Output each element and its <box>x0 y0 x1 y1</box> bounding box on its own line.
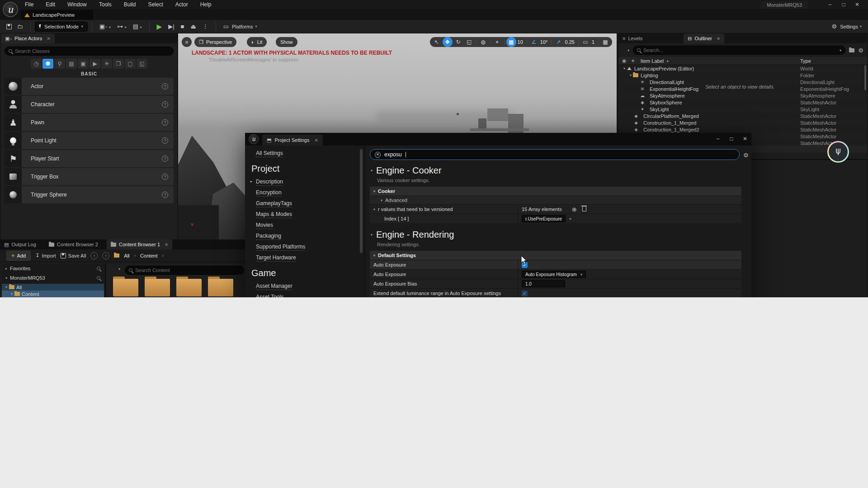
close-button[interactable]: ✕ <box>854 1 861 8</box>
panel-divider[interactable] <box>105 264 106 297</box>
source-control-icon[interactable]: 🗀 <box>17 23 23 30</box>
stop-button[interactable]: ■ <box>181 23 184 30</box>
add-element-icon[interactable]: ⊕ <box>572 206 577 213</box>
place-item-trigger-box[interactable]: Trigger Box? <box>5 168 174 185</box>
content-browser-1-tab[interactable]: Content Browser 1 ✕ <box>107 239 173 249</box>
maximize-button[interactable]: □ <box>840 1 847 8</box>
asset-folder[interactable] <box>145 277 170 296</box>
setting-number-input[interactable]: 1.0 <box>522 280 565 287</box>
outliner-row[interactable]: ◈Construction_1_Merged2StaticMeshActor <box>618 126 867 133</box>
sidebar-item-asset-manager[interactable]: Asset Manager <box>256 283 292 290</box>
expand-caret-icon[interactable]: ▾ <box>373 207 375 211</box>
sidebar-all-settings[interactable]: All Settings <box>256 150 283 157</box>
place-item-actor[interactable]: Actor? <box>5 78 174 95</box>
menu-item-select[interactable]: Select <box>148 0 163 9</box>
outliner-settings-icon[interactable]: ⚙ <box>858 47 863 54</box>
category-geometry-icon[interactable]: ❐ <box>113 59 124 69</box>
search-icon[interactable] <box>97 276 100 280</box>
search-icon[interactable] <box>97 267 100 270</box>
help-icon[interactable]: ? <box>162 101 168 108</box>
collapse-caret-icon[interactable]: ▾ <box>381 198 382 202</box>
back-button[interactable]: ‹ <box>90 252 98 259</box>
minimize-button[interactable]: – <box>826 1 834 8</box>
levels-tab[interactable]: ≡ Levels <box>618 33 646 43</box>
add-actor-icon[interactable]: ▣+ ▾ <box>99 23 111 30</box>
tree-item-all[interactable]: ▾All <box>2 284 104 291</box>
maximize-viewport-icon[interactable]: ▦ <box>600 37 610 47</box>
viewport-options-menu[interactable]: ≡ <box>182 37 192 47</box>
category-volumes-icon[interactable]: ▢ <box>125 59 136 69</box>
camera-speed-control[interactable]: ▭ <box>580 37 590 47</box>
tree-item-content[interactable]: ▾Content <box>2 291 104 297</box>
settings-dropdown[interactable]: Settings <box>840 24 858 29</box>
place-item-character[interactable]: Character? <box>5 96 174 113</box>
skip-button[interactable]: ▶| <box>168 23 174 30</box>
move-tool[interactable]: ✥ <box>443 37 453 47</box>
blueprints-icon[interactable]: ⊶ ▾ <box>117 23 127 30</box>
menu-item-actor[interactable]: Actor <box>175 0 188 9</box>
category-visual-effects-icon[interactable]: ✳ <box>101 59 112 69</box>
setting-checkbox[interactable]: ✓ <box>522 291 528 296</box>
content-browser-2-tab[interactable]: Content Browser 2 <box>45 239 102 249</box>
settings-search-input[interactable]: ✕ exposu <box>370 149 740 160</box>
sidebar-item-target-hardware[interactable]: Target Hardware <box>256 254 296 262</box>
close-button[interactable]: ✕ <box>741 135 749 142</box>
outliner-column-header[interactable]: ◉ ∗ Item Label ▲ Type <box>618 57 867 65</box>
place-item-point-light[interactable]: Point Light? <box>5 132 174 149</box>
delete-elements-icon[interactable] <box>582 207 586 211</box>
help-icon[interactable]: ? <box>162 174 168 180</box>
expand-caret-icon[interactable]: ▾ <box>622 66 627 70</box>
category-cinematic-icon[interactable]: ▤ <box>66 59 77 69</box>
sidebar-scrollbar[interactable] <box>360 149 363 253</box>
place-item-trigger-sphere[interactable]: Trigger Sphere? <box>5 186 174 203</box>
dropdown-chevron-icon[interactable]: ▾ <box>569 217 571 221</box>
close-tab-icon[interactable]: ✕ <box>165 242 168 247</box>
sidebar-item-asset-tools[interactable]: Asset Tools <box>256 294 283 297</box>
category-basic-icon[interactable]: ⚉ <box>42 59 53 69</box>
collapse-caret-icon[interactable]: ▾ <box>371 169 373 173</box>
place-item-pawn[interactable]: ♟Pawn? <box>5 114 174 131</box>
menu-item-file[interactable]: File <box>25 0 33 9</box>
help-icon[interactable]: ? <box>162 192 168 198</box>
help-icon[interactable]: ? <box>162 155 168 162</box>
fab-plugin-icon[interactable]: ⋔ <box>827 141 849 163</box>
expand-caret-icon[interactable]: ▾ <box>628 73 633 77</box>
sidebar-item-encryption[interactable]: Encryption <box>256 189 282 197</box>
surface-snap-toggle[interactable]: ⌖ <box>492 37 502 47</box>
output-log-tab[interactable]: ▤ Output Log <box>0 239 40 249</box>
save-all-button[interactable]: Save All <box>61 253 86 258</box>
outliner-row[interactable]: ◈SkyboxSphereStaticMeshActor <box>618 99 867 106</box>
help-icon[interactable]: ? <box>162 119 168 126</box>
outliner-search-input[interactable]: Search... ▾ <box>633 46 845 55</box>
sidebar-item-description[interactable]: Description <box>256 178 283 186</box>
show-dropdown[interactable]: Show <box>276 37 297 47</box>
collapse-caret-icon[interactable]: ▾ <box>373 253 375 258</box>
collapse-caret-icon[interactable]: ▾ <box>373 189 375 193</box>
collapse-caret-icon[interactable]: ▾ <box>371 233 373 237</box>
menu-item-edit[interactable]: Edit <box>46 0 55 9</box>
sidebar-item-packaging[interactable]: Packaging <box>256 233 281 240</box>
rotate-tool[interactable]: ↻ <box>453 37 463 47</box>
maximize-button[interactable]: □ <box>728 135 735 142</box>
menu-item-build[interactable]: Build <box>124 0 136 9</box>
setting-dropdown[interactable]: Auto Exposure Histogram▾ <box>522 271 586 278</box>
help-icon[interactable]: ? <box>162 83 168 89</box>
category-row-default-settings[interactable]: ▾Default Settings <box>370 251 741 260</box>
select-tool[interactable]: ↖ <box>432 37 442 47</box>
lit-dropdown[interactable]: ◐ Lit <box>247 37 267 47</box>
outliner-scrollbar[interactable] <box>864 65 866 90</box>
new-folder-icon[interactable] <box>849 48 854 52</box>
asset-tab-landscapepreview[interactable]: LandscapePreview <box>21 10 93 20</box>
search-settings-gear-icon[interactable]: ⚙ <box>743 152 749 159</box>
world-space-toggle[interactable]: ◍ <box>478 37 488 47</box>
asset-folder[interactable] <box>208 277 233 296</box>
category-lights-icon[interactable]: ⚲ <box>54 59 65 69</box>
close-outliner-icon[interactable]: ✕ <box>717 36 720 41</box>
perspective-dropdown[interactable]: ❒ Perspective <box>194 37 236 47</box>
outliner-tab[interactable]: ⊟ Outliner ✕ <box>684 33 724 43</box>
menu-item-tools[interactable]: Tools <box>99 0 112 9</box>
category-shapes-icon[interactable]: ▣ <box>78 59 89 69</box>
menu-item-help[interactable]: Help <box>200 0 212 9</box>
rotation-snap-toggle[interactable]: ∠ <box>529 37 539 47</box>
favorites-row[interactable]: ▸ Favorites <box>2 264 104 273</box>
